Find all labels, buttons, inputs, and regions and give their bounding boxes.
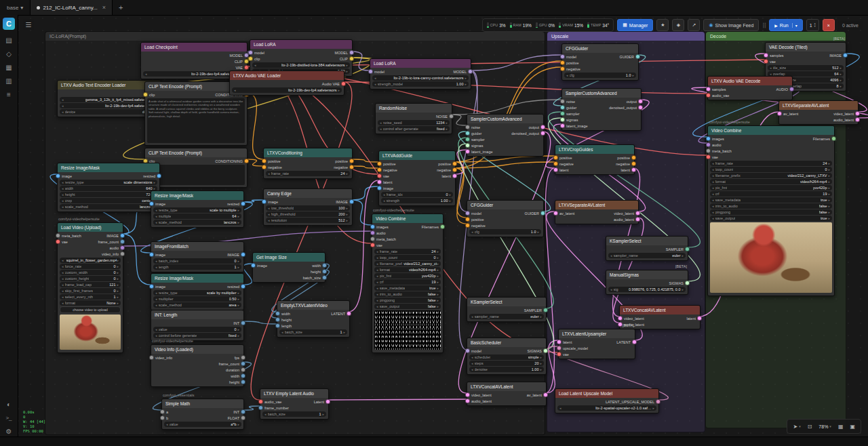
output-port-image[interactable]: [120, 233, 125, 238]
node-ksamplerselect[interactable]: KSamplerSelectSAMPLER◂sampler_nameeuler▸: [467, 297, 547, 322]
widget-value[interactable]: ◂value0▸: [153, 327, 241, 332]
widget-right-arrow-icon[interactable]: ▸: [540, 361, 542, 365]
widget-left-arrow-icon[interactable]: ◂: [376, 280, 378, 284]
widget-right-arrow-icon[interactable]: ▸: [437, 256, 439, 260]
widget-left-arrow-icon[interactable]: ◂: [712, 180, 714, 184]
output-port-av-latent[interactable]: [543, 392, 548, 397]
widget-ltx-2-spatial-upscaler-x2-1-0-saf[interactable]: ◂ltx-2-spatial-upscaler-x2-1.0.saf…▸: [557, 405, 656, 411]
widget-pingpong[interactable]: ◂pingpongfalse▸: [374, 298, 441, 303]
widget-right-arrow-icon[interactable]: ▸: [828, 210, 830, 214]
input-port-audio-vae[interactable]: [258, 399, 263, 404]
widget-right-arrow-icon[interactable]: ▸: [437, 280, 439, 284]
input-port-positive[interactable]: [262, 159, 267, 163]
node-title[interactable]: LTXVSeparateAVLatent: [779, 101, 858, 110]
input-port-guider[interactable]: [465, 131, 470, 136]
widget-right-arrow-icon[interactable]: ▸: [437, 298, 439, 302]
widget-batch-size[interactable]: ◂batch_size1▸: [262, 411, 326, 417]
widget-batch-index[interactable]: ◂batch_index0▸: [153, 258, 241, 264]
output-port-denoised-output[interactable]: [540, 131, 545, 136]
widget-left-arrow-icon[interactable]: ◂: [155, 220, 157, 224]
widget-right-arrow-icon[interactable]: ▸: [682, 287, 684, 291]
widget-pingpong[interactable]: ◂pingpongfalse▸: [710, 209, 832, 215]
node-resize-image-mask[interactable]: Resize Image/Maskimageresized◂resize_typ…: [57, 163, 160, 212]
widget-right-arrow-icon[interactable]: ▸: [117, 264, 119, 268]
widget-right-arrow-icon[interactable]: ▸: [828, 167, 830, 171]
widget-left-arrow-icon[interactable]: ◂: [62, 289, 64, 293]
widget-left-arrow-icon[interactable]: ◂: [610, 254, 612, 258]
node-title[interactable]: ImageFromBatch: [151, 242, 243, 251]
widget-length[interactable]: ◂length1▸: [153, 264, 241, 270]
settings-icon[interactable]: ⚙: [3, 425, 15, 437]
widget-force-rate[interactable]: ◂force_rate0▸: [60, 264, 121, 269]
input-port-sampler[interactable]: [560, 111, 565, 116]
widget-right-arrow-icon[interactable]: ▸: [237, 208, 239, 212]
run-button[interactable]: ▶ Run ▾: [769, 19, 802, 31]
output-port-negative[interactable]: [349, 165, 354, 169]
widget-left-arrow-icon[interactable]: ◂: [62, 98, 64, 102]
input-port-model[interactable]: [248, 50, 253, 55]
widget-right-arrow-icon[interactable]: ▸: [437, 304, 439, 308]
output-port-resized[interactable]: [241, 201, 245, 206]
widget-trim-to-audio[interactable]: ◂trim_to_audiofalse▸: [710, 203, 832, 209]
widget-right-arrow-icon[interactable]: ▸: [537, 230, 539, 234]
input-port-image[interactable]: [149, 201, 154, 206]
input-port-width[interactable]: [275, 311, 280, 316]
widget-left-arrow-icon[interactable]: ◂: [254, 63, 256, 67]
widget-denoise[interactable]: ◂denoise1.00▸: [469, 367, 544, 372]
input-port-video-info[interactable]: [149, 355, 154, 360]
input-port-upscale-model[interactable]: [557, 346, 561, 350]
input-port-height[interactable]: [275, 317, 280, 322]
output-port-positive[interactable]: [452, 161, 457, 166]
widget-skip-first-frames[interactable]: ◂skip_first_frames0▸: [60, 288, 121, 293]
widget-left-arrow-icon[interactable]: ◂: [166, 422, 168, 426]
node-title[interactable]: Simple Math: [162, 399, 243, 408]
node-ltxv-audio-vae-decode[interactable]: LTXV Audio VAE DecodesamplesAUDIOaudio_v…: [707, 76, 793, 100]
widget-control-before-generate[interactable]: ◂control before generatefixed▸: [153, 333, 241, 338]
output-port-conditioning[interactable]: [244, 159, 249, 163]
node-title[interactable]: CLIP Text Encode (Prompt): [145, 148, 247, 157]
widget-left-arrow-icon[interactable]: ◂: [471, 230, 473, 234]
widget-left-arrow-icon[interactable]: ◂: [376, 298, 378, 302]
node-title[interactable]: LTXVConcatAVLatent: [620, 306, 700, 315]
text-widget[interactable]: A wide shot of a whimsical outdoor garde…: [147, 98, 245, 143]
output-port-output[interactable]: [638, 99, 643, 104]
widget-left-arrow-icon[interactable]: ◂: [471, 361, 473, 365]
output-port-frame-count[interactable]: [120, 239, 125, 244]
output-port-latent[interactable]: [326, 399, 330, 404]
widget-scale-method[interactable]: ◂scale_methodlanczos▸: [153, 220, 241, 225]
widget-left-arrow-icon[interactable]: ◂: [281, 330, 283, 334]
output-port-audio-latent[interactable]: [855, 117, 860, 122]
node-load-video-upload[interactable]: comfyui-videohelpersuiteLoad Video (Uplo…: [57, 222, 123, 353]
sidebar-item-queue[interactable]: ≡: [3, 88, 15, 100]
widget-right-arrow-icon[interactable]: ▸: [540, 315, 542, 319]
widget-sampler-name[interactable]: ◂sampler_nameeuler▸: [469, 314, 544, 319]
widget-right-arrow-icon[interactable]: ▸: [449, 192, 451, 197]
widget-left-arrow-icon[interactable]: ◂: [62, 192, 64, 197]
input-port-positive[interactable]: [553, 155, 558, 160]
widget-frame-idx[interactable]: ◂frame_idx0▸: [381, 192, 453, 197]
input-port-sigmas[interactable]: [465, 143, 470, 148]
widget-right-arrow-icon[interactable]: ▸: [828, 180, 830, 184]
sidebar-item-node-library[interactable]: ◇: [3, 47, 15, 60]
widget-right-arrow-icon[interactable]: ▸: [153, 180, 155, 184]
widget-right-arrow-icon[interactable]: ▸: [446, 121, 448, 125]
input-port-positive[interactable]: [560, 60, 565, 65]
output-port-frame-count[interactable]: [241, 361, 245, 366]
output-port-negative[interactable]: [452, 167, 457, 172]
output-port-duration[interactable]: [241, 367, 245, 372]
widget-left-arrow-icon[interactable]: ◂: [62, 264, 64, 268]
node-title[interactable]: LTXV Audio VAE Loader: [230, 71, 344, 80]
widget-frame-rate[interactable]: ◂frame_rate24▸: [266, 171, 350, 176]
output-port-model[interactable]: [349, 50, 354, 55]
input-port-image[interactable]: [377, 186, 382, 190]
node-title[interactable]: KSamplerSelect: [467, 298, 546, 306]
input-port-audio[interactable]: [706, 142, 711, 147]
node-title[interactable]: VAE Decode (Tiled): [766, 43, 846, 52]
share-button[interactable]: ↗: [688, 19, 700, 31]
node-ltxvconcatavlatent[interactable]: LTXVConcatAVLatentvideo_latentav_latenta…: [467, 382, 547, 406]
node-ltxvaddguide[interactable]: LTXVAddGuidepositivepositivenegativenega…: [378, 150, 456, 206]
widget-left-arrow-icon[interactable]: ◂: [376, 262, 378, 266]
widget-height[interactable]: ◂height720▸: [60, 192, 157, 197]
widget-right-arrow-icon[interactable]: ▸: [117, 289, 119, 293]
widget-left-arrow-icon[interactable]: ◂: [374, 76, 376, 80]
